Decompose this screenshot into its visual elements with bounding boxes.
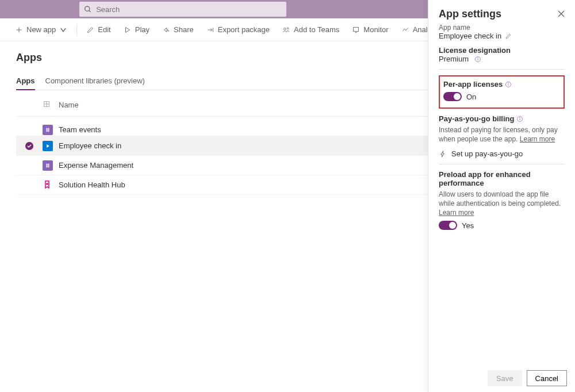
app-name-value: Employee check in: [439, 32, 501, 40]
app-icon: [43, 179, 53, 190]
share-button[interactable]: Share: [158, 23, 198, 36]
panel-footer: Save Cancel: [428, 364, 575, 392]
app-icon: [43, 125, 53, 135]
pencil-icon[interactable]: [505, 33, 512, 40]
search-icon: [84, 5, 91, 13]
new-app-button[interactable]: New app: [10, 23, 72, 36]
per-app-label: Per-app licenses: [443, 80, 560, 89]
toggle-switch[interactable]: [439, 221, 457, 230]
search-input[interactable]: [96, 5, 282, 14]
checkmark-icon[interactable]: [25, 141, 34, 151]
payg-description: Instead of paying for licenses, only pay…: [439, 125, 565, 144]
add-teams-button[interactable]: Add to Teams: [278, 23, 344, 36]
export-button[interactable]: Export package: [202, 23, 274, 36]
svg-point-11: [287, 28, 289, 29]
info-icon[interactable]: [516, 116, 523, 122]
setup-payg-link[interactable]: Set up pay-as-you-go: [439, 149, 565, 158]
preload-toggle[interactable]: Yes: [439, 221, 474, 230]
play-icon: [124, 26, 132, 34]
preload-label: Preload app for enhanced performance: [439, 170, 565, 187]
payg-label: Pay-as-you-go billing: [439, 114, 565, 123]
lightning-icon: [439, 150, 447, 158]
pencil-icon: [86, 26, 94, 34]
monitor-icon: [352, 26, 360, 34]
share-icon: [162, 26, 170, 34]
svg-rect-12: [354, 27, 359, 31]
panel-title: App settings: [439, 8, 501, 20]
info-icon[interactable]: [474, 56, 481, 63]
app-name: Employee check in: [59, 141, 351, 150]
tab-apps[interactable]: Apps: [16, 72, 35, 90]
edit-button[interactable]: Edit: [82, 23, 115, 36]
teams-icon: [282, 26, 290, 34]
per-app-toggle[interactable]: On: [443, 92, 476, 101]
toggle-state: Yes: [462, 221, 474, 230]
app-name: Expense Management: [59, 161, 351, 170]
svg-marker-19: [47, 144, 49, 148]
app-name: Solution Health Hub: [59, 180, 351, 189]
toggle-state: On: [466, 93, 476, 101]
tab-component-libraries[interactable]: Component libraries (preview): [45, 72, 145, 90]
svg-line-1: [89, 10, 90, 11]
export-icon: [206, 26, 214, 34]
svg-point-0: [85, 6, 90, 11]
monitor-button[interactable]: Monitor: [347, 23, 393, 36]
svg-point-10: [284, 28, 286, 30]
chart-icon: [401, 26, 409, 34]
play-button[interactable]: Play: [119, 23, 154, 36]
app-name-label: App name: [439, 24, 565, 32]
col-name[interactable]: Name: [59, 101, 351, 109]
divider: [76, 24, 77, 36]
settings-panel: App settings App name Employee check in …: [428, 0, 575, 392]
divider: [439, 69, 565, 70]
svg-point-32: [520, 117, 520, 118]
per-app-highlight: Per-app licenses On: [439, 75, 565, 109]
toggle-switch[interactable]: [443, 92, 462, 101]
info-icon[interactable]: [505, 81, 512, 88]
search-box[interactable]: [79, 2, 286, 17]
license-value: Premium: [439, 55, 469, 63]
svg-marker-7: [125, 27, 129, 32]
save-button[interactable]: Save: [488, 370, 522, 386]
divider: [439, 164, 565, 164]
plus-icon: [15, 26, 23, 34]
license-label: License designation: [439, 46, 565, 55]
close-button[interactable]: [558, 10, 565, 19]
app-type-icon: [43, 100, 51, 108]
learn-more-link[interactable]: Learn more: [439, 209, 474, 217]
app-icon: [43, 141, 53, 151]
cancel-button[interactable]: Cancel: [527, 370, 567, 386]
chevron-down-icon: [59, 26, 67, 34]
app-name: Team events: [59, 125, 351, 134]
svg-point-29: [508, 83, 509, 83]
close-icon: [558, 10, 565, 17]
app-icon: [43, 160, 53, 171]
svg-point-26: [478, 57, 478, 58]
learn-more-link[interactable]: Learn more: [520, 135, 555, 143]
preload-description: Allow users to download the app file whi…: [439, 190, 565, 217]
